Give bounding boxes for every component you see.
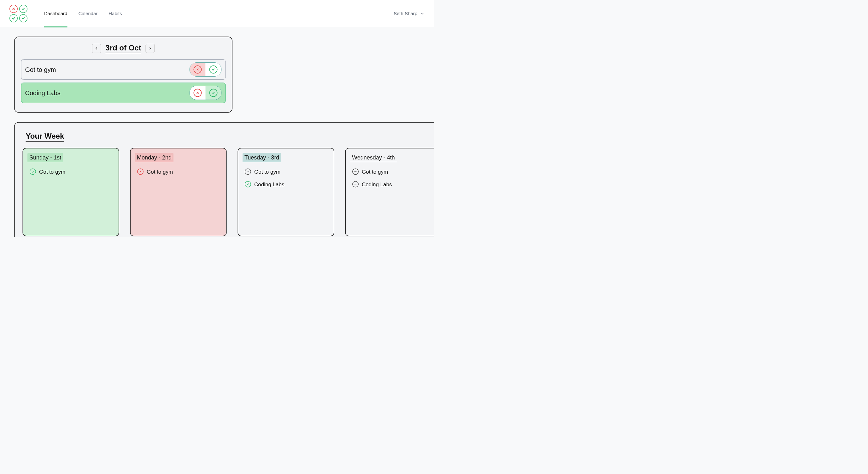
check-circle-icon — [245, 181, 251, 188]
ellipsis-circle-icon — [352, 181, 359, 188]
week-day-tuesday: Tuesday - 3rd Got to gym Coding Labs — [238, 148, 334, 236]
today-card: 3rd of Oct Got to gym — [14, 37, 232, 113]
logo-x-icon — [9, 5, 18, 13]
current-date: 3rd of Oct — [105, 43, 141, 54]
mark-done-button[interactable] — [206, 63, 221, 76]
entry-name: Coding Labs — [254, 181, 284, 188]
svg-point-3 — [354, 171, 355, 172]
day-entry: Got to gym — [352, 169, 434, 175]
svg-point-6 — [354, 184, 355, 185]
week-day-wednesday: Wednesday - 4th Got to gym Coding Labs — [345, 148, 434, 236]
day-entry: Got to gym — [245, 169, 327, 175]
prev-day-button[interactable] — [92, 44, 101, 53]
logo-check-icon — [19, 14, 27, 22]
svg-point-0 — [247, 171, 248, 172]
habit-row: Coding Labs — [21, 82, 226, 103]
week-day-monday: Monday - 2nd Got to gym — [130, 148, 227, 236]
habit-name: Got to gym — [25, 66, 56, 73]
svg-point-8 — [356, 184, 357, 185]
mark-missed-button[interactable] — [190, 63, 206, 76]
entry-name: Got to gym — [147, 169, 173, 175]
svg-point-7 — [355, 184, 356, 185]
ellipsis-circle-icon — [352, 169, 359, 175]
app-logo — [9, 5, 32, 22]
day-label: Monday - 2nd — [135, 153, 174, 162]
day-label: Sunday - 1st — [27, 153, 63, 162]
mark-missed-button[interactable] — [190, 86, 206, 100]
week-title: Your Week — [26, 132, 64, 142]
day-entry: Coding Labs — [352, 181, 434, 188]
date-header: 3rd of Oct — [21, 43, 226, 54]
check-circle-icon — [30, 169, 36, 175]
entry-name: Got to gym — [362, 169, 388, 175]
x-circle-icon — [137, 169, 144, 175]
nav-dashboard[interactable]: Dashboard — [44, 1, 67, 28]
habit-toggle — [190, 62, 222, 76]
nav-calendar[interactable]: Calendar — [78, 1, 97, 28]
habit-name: Coding Labs — [25, 89, 61, 96]
main-nav: Dashboard Calendar Habits — [44, 0, 122, 27]
nav-habits[interactable]: Habits — [108, 1, 122, 28]
svg-point-1 — [248, 171, 248, 172]
day-label: Tuesday - 3rd — [243, 153, 281, 162]
day-label: Wednesday - 4th — [350, 153, 397, 162]
user-name: Seth Sharp — [394, 11, 417, 16]
week-card: Your Week Sunday - 1st Got to gym Monday… — [14, 122, 434, 237]
logo-check-icon — [19, 5, 27, 13]
mark-done-button[interactable] — [206, 86, 221, 100]
day-entry: Coding Labs — [245, 181, 327, 188]
chevron-down-icon — [420, 11, 425, 16]
svg-point-2 — [249, 171, 249, 172]
check-circle-icon — [210, 89, 218, 97]
entry-name: Coding Labs — [362, 181, 392, 188]
day-entry: Got to gym — [30, 169, 112, 175]
habit-row: Got to gym — [21, 59, 226, 80]
user-menu[interactable]: Seth Sharp — [394, 11, 425, 16]
check-circle-icon — [210, 66, 218, 74]
svg-point-5 — [356, 171, 357, 172]
logo-check-icon — [9, 14, 18, 22]
week-day-sunday: Sunday - 1st Got to gym — [23, 148, 119, 236]
week-row: Sunday - 1st Got to gym Monday - 2nd Got… — [21, 148, 434, 236]
x-circle-icon — [194, 89, 202, 97]
topbar: Dashboard Calendar Habits Seth Sharp — [0, 0, 434, 27]
x-circle-icon — [194, 66, 202, 74]
day-entry: Got to gym — [137, 169, 219, 175]
habit-toggle — [190, 86, 222, 100]
svg-point-4 — [355, 171, 356, 172]
entry-name: Got to gym — [39, 169, 65, 175]
ellipsis-circle-icon — [245, 169, 251, 175]
next-day-button[interactable] — [146, 44, 155, 53]
entry-name: Got to gym — [254, 169, 280, 175]
